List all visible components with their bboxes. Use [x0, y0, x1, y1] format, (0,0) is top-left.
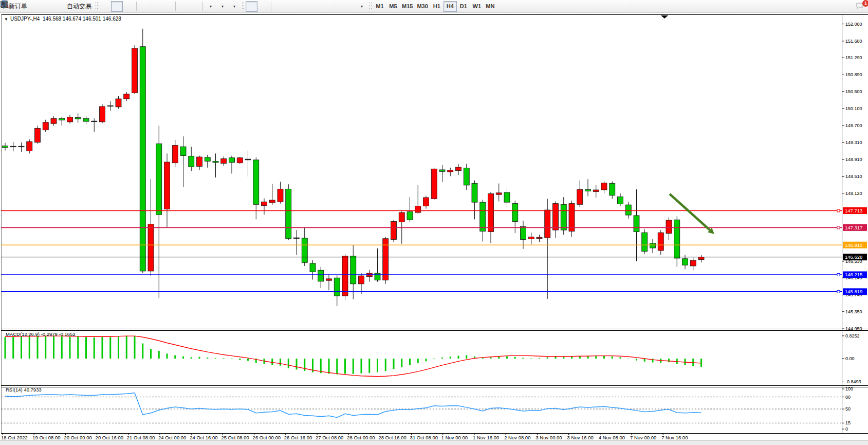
- macd-histogram-bar: [595, 356, 597, 359]
- timeframe-button-MN[interactable]: MN: [484, 1, 497, 12]
- candle: [464, 168, 469, 185]
- market-watch-button[interactable]: [41, 1, 53, 12]
- time-axis-label: 21 Oct 08:00: [127, 435, 155, 440]
- candle: [610, 184, 615, 195]
- toolbar-grip[interactable]: [95, 2, 98, 11]
- chevron-down-icon: ▾: [233, 4, 235, 9]
- macd-histogram-bar: [530, 358, 532, 359]
- price-axis-tick: 149.700: [845, 123, 862, 128]
- scroll-to-end-marker[interactable]: [661, 15, 668, 19]
- zoom-out-button[interactable]: [150, 1, 162, 12]
- chart-symbol: USDJPY-,H4: [10, 16, 40, 22]
- time-axis-label: 7 Nov 16:00: [661, 435, 688, 440]
- search-button[interactable]: [843, 1, 855, 12]
- rsi-axis-tick: 15: [845, 420, 851, 425]
- timeframe-button-H4[interactable]: H4: [444, 1, 457, 12]
- templates-button[interactable]: ▾: [228, 1, 240, 12]
- candle: [189, 156, 194, 167]
- macd-histogram-bar: [61, 336, 63, 359]
- candlestick-chart-button[interactable]: [111, 1, 123, 12]
- new-order-button[interactable]: 新订单: [7, 1, 29, 12]
- bar-chart-button[interactable]: [99, 1, 111, 12]
- time-axis-label: 24 Oct 00:00: [158, 435, 186, 440]
- time-axis-label: 19 Oct 08:00: [32, 435, 60, 440]
- candle: [10, 146, 16, 147]
- rsi-axis-tick: 0: [845, 426, 848, 432]
- vertical-line-tool-button[interactable]: [273, 1, 285, 12]
- macd-histogram-bar: [417, 359, 419, 363]
- timeframe-button-M1[interactable]: M1: [373, 1, 386, 12]
- candle: [19, 146, 24, 147]
- macd-histogram-bar: [239, 359, 241, 360]
- macd-histogram-bar: [441, 358, 443, 359]
- time-axis-label: 20 Oct 16:00: [96, 435, 123, 440]
- macd-histogram-bar: [271, 359, 273, 365]
- price-chart-canvas[interactable]: 152.080151.680151.290150.890150.500150.1…: [0, 13, 868, 445]
- level-price-tag-value: 145.819: [845, 289, 862, 294]
- candle: [391, 222, 397, 240]
- line-chart-button[interactable]: [123, 1, 135, 12]
- macd-histogram-bar: [603, 356, 605, 359]
- time-axis-label: 3 Nov 16:00: [567, 435, 594, 440]
- timeframe-button-M15[interactable]: M15: [400, 1, 415, 12]
- candle: [496, 193, 502, 194]
- candle: [229, 158, 235, 163]
- arrows-tool-button[interactable]: ▾: [356, 1, 367, 12]
- price-axis-tick: 148.510: [845, 174, 862, 179]
- macd-histogram-bar: [118, 336, 119, 359]
- candle: [67, 117, 73, 122]
- level-price-tag-value: 146.215: [845, 272, 862, 277]
- toolbar-grip[interactable]: [242, 2, 244, 11]
- candle: [634, 216, 639, 232]
- zoom-in-button[interactable]: [138, 1, 150, 12]
- horizontal-line-tool-button[interactable]: [285, 1, 297, 12]
- toolbar-grip[interactable]: [369, 2, 372, 11]
- chart-window[interactable]: 152.080151.680151.290150.890150.500150.1…: [0, 13, 868, 445]
- candle: [545, 210, 550, 238]
- candle: [593, 190, 599, 191]
- timeframe-button-M5[interactable]: M5: [386, 1, 400, 12]
- current-price-tag-value: 146.628: [845, 254, 862, 260]
- notifications-button[interactable]: 1: [855, 1, 867, 12]
- timeframe-button-D1[interactable]: D1: [457, 1, 470, 12]
- macd-histogram-bar: [385, 359, 386, 371]
- macd-histogram-bar: [94, 337, 95, 359]
- cursor-button[interactable]: [246, 1, 257, 12]
- channel-tool-button[interactable]: E: [308, 1, 320, 12]
- text-label-tool-button[interactable]: T: [344, 1, 356, 12]
- crosshair-button[interactable]: [257, 1, 269, 12]
- candle: [407, 211, 413, 220]
- macd-histogram-bar: [247, 359, 249, 361]
- candle: [642, 233, 648, 252]
- periods-button[interactable]: ▾: [216, 1, 228, 12]
- indicators-button[interactable]: ▾: [205, 1, 216, 12]
- chart-shift-button[interactable]: [189, 1, 201, 12]
- candle: [140, 47, 145, 271]
- signal-button[interactable]: [53, 1, 65, 12]
- candle: [561, 204, 566, 230]
- auto-trading-button[interactable]: 自动交易: [65, 1, 94, 12]
- macd-histogram-bar: [700, 359, 702, 367]
- gold-chart-button[interactable]: [29, 1, 41, 12]
- tile-windows-button[interactable]: [162, 1, 174, 12]
- candle: [116, 99, 121, 107]
- trendline-tool-button[interactable]: [297, 1, 308, 12]
- auto-scroll-button[interactable]: [177, 1, 189, 12]
- macd-histogram-bar: [612, 357, 613, 359]
- chart-dropdown-icon[interactable]: ▼: [4, 17, 8, 22]
- macd-histogram-bar: [126, 336, 127, 359]
- timeframe-button-H1[interactable]: H1: [430, 1, 444, 12]
- timeframe-button-M30[interactable]: M30: [415, 1, 430, 12]
- toolbar-separator: [202, 2, 203, 11]
- macd-axis-tick: -0.8493: [845, 379, 861, 384]
- candle: [245, 159, 251, 160]
- toolbar-separator: [136, 2, 137, 11]
- fibonacci-tool-button[interactable]: F: [320, 1, 332, 12]
- timeframe-button-W1[interactable]: W1: [470, 1, 484, 12]
- time-axis-label: 1 Nov 00:00: [441, 435, 468, 440]
- macd-axis-tick: 0.00: [845, 356, 855, 361]
- text-tool-button[interactable]: A: [332, 1, 344, 12]
- macd-histogram-bar: [571, 357, 572, 359]
- candle: [350, 256, 356, 284]
- time-axis-label: 4 Nov 08:00: [599, 435, 625, 440]
